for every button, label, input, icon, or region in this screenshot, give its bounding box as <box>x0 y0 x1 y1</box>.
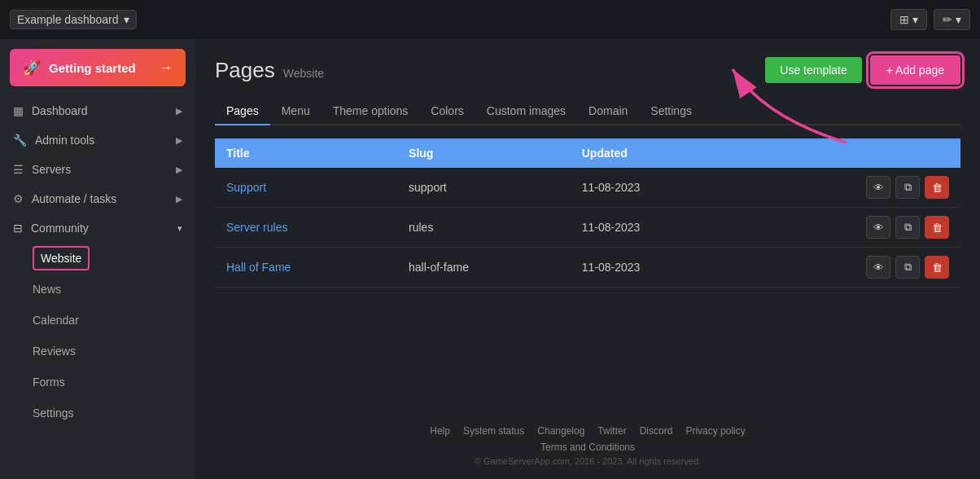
cell-title: Hall of Fame <box>215 248 397 288</box>
chevron-down-icon: ▾ <box>124 13 129 26</box>
grid-icon: ⊞ <box>899 13 909 26</box>
arrow-icon: → <box>160 60 173 75</box>
table-row: Server rules rules 11-08-2023 👁 ⧉ 🗑 <box>215 208 960 248</box>
dashboard-selector[interactable]: Example dashboard ▾ <box>10 10 137 29</box>
column-title: Title <box>215 138 397 168</box>
use-template-button[interactable]: Use template <box>765 57 861 83</box>
sidebar-item-label: Dashboard <box>32 104 88 117</box>
column-updated: Updated <box>571 138 740 168</box>
page-link-support[interactable]: Support <box>226 181 266 194</box>
table-row: Support support 11-08-2023 👁 ⧉ 🗑 <box>215 168 960 208</box>
sidebar-sub-item-website[interactable]: Website <box>33 246 90 270</box>
table-row: Hall of Fame hall-of-fame 11-08-2023 👁 ⧉… <box>215 248 960 288</box>
view-button[interactable]: 👁 <box>866 176 890 199</box>
cell-actions: 👁 ⧉ 🗑 <box>740 248 960 288</box>
sidebar-item-community[interactable]: ⊟ Community ▾ <box>0 213 195 243</box>
tab-menu[interactable]: Menu <box>270 98 322 124</box>
chevron-right-icon: ▶ <box>176 106 182 116</box>
sidebar: 🚀 Getting started → ▦ Dashboard ▶ 🔧 Admi… <box>0 39 195 479</box>
delete-button[interactable]: 🗑 <box>925 176 949 199</box>
tab-domain[interactable]: Domain <box>577 98 639 124</box>
topbar-left: Example dashboard ▾ <box>10 10 137 29</box>
main-content: Pages Website Use template + Add page <box>195 39 980 412</box>
chevron-icon: ▾ <box>956 13 961 26</box>
chevron-down-icon: ▾ <box>177 223 182 234</box>
tab-settings[interactable]: Settings <box>639 98 703 124</box>
sidebar-sub-item-settings[interactable]: Settings <box>33 401 195 425</box>
chevron-right-icon: ▶ <box>176 135 182 146</box>
tabs: Pages Menu Theme options Colors Custom i… <box>215 98 960 125</box>
getting-started-label: Getting started <box>49 61 136 75</box>
cell-updated: 11-08-2023 <box>571 168 740 208</box>
delete-button[interactable]: 🗑 <box>925 256 949 279</box>
page-subtitle: Website <box>283 67 324 80</box>
view-button[interactable]: 👁 <box>866 216 890 239</box>
footer-link-changelog[interactable]: Changelog <box>537 425 584 437</box>
view-button[interactable]: 👁 <box>866 256 890 279</box>
copy-button[interactable]: ⧉ <box>895 176 920 199</box>
topbar: Example dashboard ▾ ⊞ ▾ ✏ ▾ <box>0 0 980 39</box>
sidebar-item-admin-tools[interactable]: 🔧 Admin tools ▶ <box>0 125 195 155</box>
tab-pages[interactable]: Pages <box>215 98 270 125</box>
sidebar-item-automate-tasks[interactable]: ⚙ Automate / tasks ▶ <box>0 184 195 213</box>
topbar-right: ⊞ ▾ ✏ ▾ <box>890 9 970 30</box>
tab-theme-options[interactable]: Theme options <box>322 98 420 124</box>
sidebar-item-label: Admin tools <box>35 134 94 147</box>
footer-link-twitter[interactable]: Twitter <box>597 425 626 437</box>
dashboard-icon: ▦ <box>13 104 24 117</box>
delete-button[interactable]: 🗑 <box>925 216 949 239</box>
cell-updated: 11-08-2023 <box>571 208 740 248</box>
page-link-hall-of-fame[interactable]: Hall of Fame <box>226 261 291 274</box>
sidebar-item-servers[interactable]: ☰ Servers ▶ <box>0 155 195 184</box>
sidebar-sub-item-calendar[interactable]: Calendar <box>33 308 195 332</box>
copy-button[interactable]: ⧉ <box>895 216 920 239</box>
grid-button[interactable]: ⊞ ▾ <box>890 9 927 30</box>
pages-title-area: Pages Website <box>215 58 324 83</box>
copy-button[interactable]: ⧉ <box>895 256 920 279</box>
wrench-button[interactable]: ✏ ▾ <box>934 9 970 30</box>
add-page-button[interactable]: + Add page <box>870 55 960 85</box>
automate-icon: ⚙ <box>13 192 24 205</box>
footer-link-help[interactable]: Help <box>430 425 450 437</box>
chevron-icon: ▾ <box>912 13 918 26</box>
chevron-right-icon: ▶ <box>176 194 182 204</box>
sidebar-item-label: Servers <box>32 163 71 176</box>
column-actions <box>740 138 960 168</box>
servers-icon: ☰ <box>13 163 24 176</box>
community-label: Community <box>31 222 89 235</box>
table-header-row: Title Slug Updated <box>215 138 960 168</box>
footer-copyright: © GameServerApp.com, 2016 - 2023. All ri… <box>208 456 967 466</box>
cell-actions: 👁 ⧉ 🗑 <box>740 208 960 248</box>
pages-actions: Use template + Add page <box>765 55 960 85</box>
chevron-right-icon: ▶ <box>176 165 182 175</box>
footer-link-discord[interactable]: Discord <box>640 425 673 437</box>
getting-started-button[interactable]: 🚀 Getting started → <box>10 49 186 86</box>
wrench-icon: ✏ <box>943 13 952 26</box>
sidebar-item-dashboard[interactable]: ▦ Dashboard ▶ <box>0 96 195 125</box>
sidebar-item-label: Automate / tasks <box>32 192 116 205</box>
footer-link-terms[interactable]: Terms and Conditions <box>540 442 635 453</box>
tab-colors[interactable]: Colors <box>419 98 475 124</box>
cell-title: Server rules <box>215 208 397 248</box>
sidebar-sub-item-forms[interactable]: Forms <box>33 370 195 394</box>
cell-actions: 👁 ⧉ 🗑 <box>740 168 960 208</box>
community-icon: ⊟ <box>13 222 23 235</box>
admin-tools-icon: 🔧 <box>13 134 27 147</box>
cell-slug: hall-of-fame <box>397 248 571 288</box>
cell-updated: 11-08-2023 <box>571 248 740 288</box>
footer: Help System status Changelog Twitter Dis… <box>195 412 980 479</box>
sidebar-sub-item-reviews[interactable]: Reviews <box>33 339 195 363</box>
cell-title: Support <box>215 168 397 208</box>
footer-link-privacy[interactable]: Privacy policy <box>685 425 745 437</box>
pages-header: Pages Website Use template + Add page <box>215 55 960 85</box>
layout: 🚀 Getting started → ▦ Dashboard ▶ 🔧 Admi… <box>0 39 980 479</box>
sidebar-sub-item-news[interactable]: News <box>33 277 195 301</box>
community-submenu: Website News Calendar Reviews Forms Sett… <box>0 243 195 428</box>
footer-links: Help System status Changelog Twitter Dis… <box>208 425 967 437</box>
tab-custom-images[interactable]: Custom images <box>475 98 577 124</box>
page-link-server-rules[interactable]: Server rules <box>226 221 287 234</box>
dashboard-title: Example dashboard <box>17 13 119 26</box>
cell-slug: rules <box>397 208 571 248</box>
footer-link-system-status[interactable]: System status <box>463 425 524 437</box>
page-title: Pages <box>215 58 275 83</box>
